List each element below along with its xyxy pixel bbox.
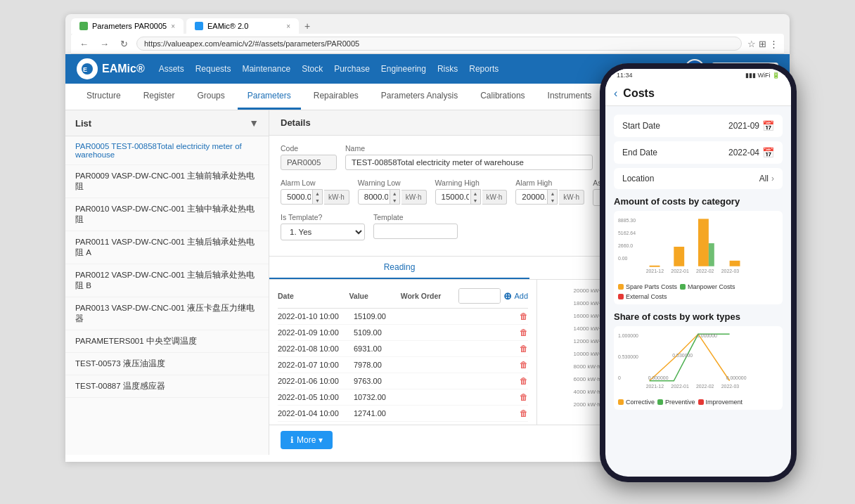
subnav-calibrations[interactable]: Calibrations (470, 84, 534, 110)
table-row: 2022-01-10 10:00 15109.00 🗑 (278, 309, 528, 325)
nav-stock[interactable]: Stock (302, 63, 323, 75)
sidebar-item-par0013[interactable]: PAR0013 VASP-DW-CNC-001 液压卡盘压力继电器 (65, 297, 269, 330)
row-value-6: 12741.00 (354, 409, 403, 418)
warning-high-unit: kW·h (482, 190, 508, 205)
info-icon: ℹ (290, 435, 294, 445)
logo-icon: E (77, 58, 98, 79)
more-button[interactable]: ℹ More ▾ (281, 431, 333, 449)
browser-tab-2[interactable]: EAMic® 2.0 × (186, 18, 299, 34)
address-bar[interactable] (136, 37, 742, 51)
delete-row-6[interactable]: 🗑 (520, 408, 528, 418)
svg-text:2022-03: 2022-03 (721, 269, 740, 273)
add-reading-button[interactable]: ⊕ Add (503, 290, 528, 302)
tab-reading[interactable]: Reading (269, 257, 529, 279)
workorder-input[interactable] (459, 289, 501, 303)
nav-engineering[interactable]: Engineering (381, 63, 426, 75)
row-date-2: 2022-01-08 10:00 (278, 344, 348, 353)
bookmark-icon[interactable]: ☆ (747, 39, 756, 49)
sidebar-item-par0005[interactable]: PAR0005 TEST-00858Total electricity mete… (65, 136, 269, 165)
phone-start-date-label: Start Date (622, 121, 660, 131)
nav-purchase[interactable]: Purchase (334, 63, 370, 75)
tab-close-2[interactable]: × (286, 22, 290, 30)
is-template-select[interactable]: 1. Yes (281, 224, 365, 240)
table-row: 2022-01-05 10:00 10732.00 🗑 (278, 389, 528, 406)
svg-text:18000 kW·h: 18000 kW·h (574, 300, 604, 306)
delete-row-1[interactable]: 🗑 (520, 328, 528, 337)
alarm-high-unit: kW·h (559, 190, 584, 205)
row-value-0: 15109.00 (354, 312, 403, 321)
sidebar-item-par0009[interactable]: PAR0009 VASP-DW-CNC-001 主轴前轴承处热电阻 (65, 165, 269, 198)
row-date-1: 2022-01-09 10:00 (278, 328, 348, 337)
nav-risks[interactable]: Risks (437, 63, 458, 75)
warning-low-group: Warning Low ▲▼ kW·h (358, 179, 427, 205)
template-input[interactable] (373, 224, 458, 239)
svg-text:12000 kW·h: 12000 kW·h (574, 338, 604, 344)
phone-overlay: 11:34 ▮▮▮ WiFi 🔋 ‹ Costs Start Date 2021… (600, 63, 797, 482)
extensions-icon[interactable]: ⊞ (759, 39, 766, 49)
sidebar-item-par0010[interactable]: PAR0010 VASP-DW-CNC-001 主轴中轴承处热电阻 (65, 198, 269, 231)
calendar-icon-end[interactable]: 📅 (762, 147, 774, 158)
delete-row-2[interactable]: 🗑 (520, 344, 528, 354)
subnav-instruments[interactable]: Instruments (538, 84, 602, 110)
sidebar-item-test00573[interactable]: TEST-00573 液压油温度 (65, 353, 269, 375)
subnav-parameters-analysis[interactable]: Parameters Analysis (371, 84, 468, 110)
menu-icon[interactable]: ⋮ (769, 39, 778, 49)
tab-close-1[interactable]: × (171, 22, 175, 30)
warning-low-down[interactable]: ▼ (390, 197, 399, 204)
sidebar-item-par0011[interactable]: PAR0011 VASP-DW-CNC-001 主轴后轴承处热电阻 A (65, 231, 269, 264)
browser-tab-1[interactable]: Parameters PAR0005 × (71, 18, 184, 34)
phone-end-date-value: 2022-04 (728, 148, 759, 157)
chevron-right-icon: › (771, 174, 774, 183)
calendar-icon-start[interactable]: 📅 (762, 120, 774, 131)
nav-assets[interactable]: Assets (159, 63, 184, 75)
is-template-group: Is Template? 1. Yes (281, 213, 365, 240)
nav-items: Assets Requests Maintenance Stock Purcha… (159, 63, 601, 75)
new-tab-button[interactable]: + (302, 20, 313, 32)
back-button[interactable]: ← (77, 37, 91, 51)
name-input[interactable] (345, 155, 593, 170)
readings-table: 2022-01-10 10:00 15109.00 🗑 2022-01-09 1… (278, 309, 528, 425)
filter-icon[interactable]: ▼ (249, 117, 259, 129)
alarm-high-up[interactable]: ▲ (547, 190, 557, 197)
subnav-parameters[interactable]: Parameters (238, 84, 301, 110)
legend-spare-parts: Spare Parts Costs (618, 283, 677, 290)
sidebar-item-parameters001[interactable]: PARAMETERS001 中央空调温度 (65, 330, 269, 353)
delete-row-3[interactable]: 🗑 (520, 360, 528, 370)
subnav-repairables[interactable]: Repairables (304, 84, 368, 110)
chart1-legend: Spare Parts Costs Manpower Costs Externa… (618, 283, 778, 300)
alarm-low-unit: kW·h (324, 190, 349, 205)
nav-requests[interactable]: Requests (195, 63, 231, 75)
svg-text:1.000000: 1.000000 (697, 333, 717, 338)
legend-corrective: Corrective (618, 399, 655, 406)
warning-high-up[interactable]: ▲ (470, 190, 480, 197)
row-value-1: 5109.00 (354, 328, 403, 337)
chevron-down-icon: ▾ (319, 435, 323, 445)
alarm-high-down[interactable]: ▼ (547, 197, 557, 204)
legend-external: External Costs (618, 293, 667, 300)
alarm-low-up[interactable]: ▲ (312, 190, 322, 197)
sidebar-item-test00887[interactable]: TEST-00887 温度感应器 (65, 375, 269, 398)
code-input[interactable] (281, 155, 337, 170)
table-row: 2022-01-09 10:00 5109.00 🗑 (278, 325, 528, 341)
warning-high-down[interactable]: ▼ (470, 197, 480, 204)
warning-low-up[interactable]: ▲ (390, 190, 399, 197)
sidebar-item-par0012[interactable]: PAR0012 VASP-DW-CNC-001 主轴后轴承处热电阻 B (65, 264, 269, 297)
delete-row-4[interactable]: 🗑 (520, 376, 528, 386)
svg-text:0.000000: 0.000000 (726, 375, 747, 380)
subnav-structure[interactable]: Structure (77, 84, 131, 110)
subnav-groups[interactable]: Groups (187, 84, 234, 110)
nav-reports[interactable]: Reports (469, 63, 499, 75)
svg-text:5162.64: 5162.64 (618, 231, 636, 235)
subnav-register[interactable]: Register (134, 84, 185, 110)
reload-button[interactable]: ↻ (117, 37, 131, 51)
svg-text:1.000000: 1.000000 (618, 333, 638, 338)
delete-row-0[interactable]: 🗑 (520, 311, 528, 321)
code-group: Code (281, 144, 337, 170)
forward-button[interactable]: → (97, 37, 112, 51)
phone-back-button[interactable]: ‹ (614, 87, 617, 100)
delete-row-5[interactable]: 🗑 (520, 392, 528, 402)
nav-maintenance[interactable]: Maintenance (242, 63, 290, 75)
svg-rect-29 (698, 219, 709, 266)
alarm-low-down[interactable]: ▼ (312, 197, 322, 204)
phone-location-row: Location All › (614, 168, 783, 189)
